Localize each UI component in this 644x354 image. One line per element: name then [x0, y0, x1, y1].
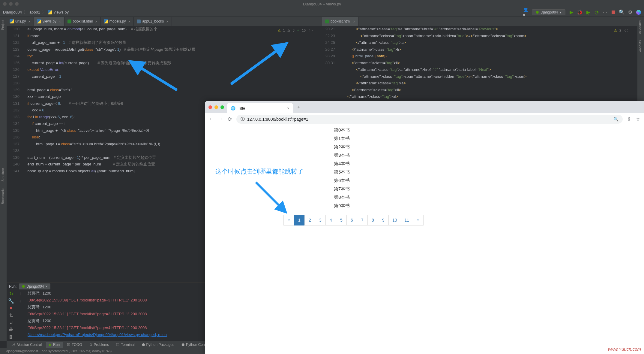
crumb-app[interactable]: app01 — [29, 10, 40, 14]
page-link[interactable]: » — [413, 215, 424, 225]
database-tool-tab[interactable]: Database — [637, 17, 643, 37]
layout-button[interactable]: ⇅ — [8, 313, 14, 318]
debug-button[interactable]: 🐞 — [577, 10, 582, 15]
crumb-project[interactable]: Django004 — [3, 10, 22, 14]
down-button[interactable]: ↓ — [17, 298, 23, 304]
list-item: 第8本书 — [334, 193, 350, 201]
browser-tab-title: Title — [238, 106, 245, 110]
close-icon[interactable]: × — [128, 19, 131, 24]
page-link[interactable]: 1 — [294, 215, 305, 225]
settings-icon[interactable]: ⚙ — [628, 10, 633, 15]
page-link[interactable]: 9 — [378, 215, 389, 225]
breadcrumb[interactable]: Django004 〉 app01 〉 views.py — [3, 10, 69, 15]
run-config-label: Django004 — [541, 10, 558, 14]
page-link[interactable]: 5 — [336, 215, 347, 225]
close-icon[interactable]: × — [59, 19, 61, 24]
django-icon: ⬢ — [536, 10, 539, 14]
close-icon[interactable]: × — [166, 19, 169, 24]
python-file-icon — [10, 19, 14, 23]
forward-button[interactable]: → — [218, 116, 223, 122]
console-icon: ⬢ — [181, 343, 184, 347]
tab-db-table[interactable]: app01_books× — [134, 17, 172, 26]
close-icon[interactable]: × — [353, 19, 355, 24]
bookmark-button[interactable]: ☆ — [636, 116, 640, 123]
tab-views[interactable]: views.py× — [34, 17, 64, 26]
run-toolbar: ↻ 🔧 ■ ⇅ ↲ 🖶 🗑 — [7, 290, 16, 341]
bookmarks-tool-tab[interactable]: Bookmarks — [0, 185, 5, 207]
browser-tab[interactable]: 🌐 Title × — [227, 103, 293, 113]
globe-icon: 🌐 — [231, 106, 235, 110]
stop-button[interactable]: ■ — [8, 305, 14, 311]
list-item: 第1本书 — [334, 134, 350, 143]
tab-models[interactable]: models.py× — [101, 17, 134, 26]
mac-traffic-lights[interactable] — [208, 105, 224, 109]
problems-icon: ⊘ — [89, 343, 92, 347]
close-icon[interactable]: × — [45, 284, 47, 289]
page-link[interactable]: 7 — [357, 215, 368, 225]
page-link[interactable]: 4 — [325, 215, 336, 225]
run-tab[interactable]: ⬢Django004× — [19, 283, 50, 289]
status-text: django004@localhost... and synchronized … — [6, 349, 112, 353]
python-file-icon — [104, 19, 108, 23]
delete-button[interactable]: 🗑 — [8, 334, 14, 340]
window-titlebar: Django004 – views.py — [0, 0, 644, 8]
user-icon[interactable]: 👤▾ — [523, 10, 528, 15]
page-link[interactable]: 11 — [401, 215, 413, 225]
new-tab-button[interactable]: + — [297, 104, 301, 110]
browser-toolbar: ← → ⟳ ⓘ 127.0.0.1:8000/booklist/?page=1 … — [205, 113, 644, 125]
table-icon — [137, 20, 141, 23]
close-icon[interactable]: × — [287, 106, 289, 110]
chevron-right-icon: 〉 — [42, 10, 46, 15]
share-button[interactable]: ⇪ — [627, 116, 631, 123]
page-link[interactable]: 3 — [315, 215, 326, 225]
browser-content: 第0本书第1本书第2本书第3本书第4本书第5本书第6本书第7本书第8本书第9本书… — [205, 125, 644, 354]
tab-booklist-html[interactable]: booklist.html× — [322, 17, 358, 26]
up-button[interactable]: ↑ — [17, 291, 23, 296]
back-button[interactable]: ← — [208, 116, 214, 122]
tab-booklist-html[interactable]: booklist.html× — [64, 17, 101, 26]
profile-button[interactable]: ◔ — [594, 10, 599, 15]
search-icon[interactable]: 🔍 — [619, 10, 624, 15]
tab-label: app01_books — [142, 19, 164, 23]
page-link[interactable]: 2 — [304, 215, 315, 225]
html-file-icon — [325, 20, 329, 23]
crumb-file[interactable]: views.py — [54, 10, 69, 14]
sciview-tool-tab[interactable]: SciView — [637, 37, 643, 55]
settings-button[interactable]: 🔧 — [8, 298, 14, 304]
terminal-tab[interactable]: ❏Terminal — [113, 342, 137, 348]
attach-button[interactable]: ⋯ — [603, 10, 607, 15]
todo-tab[interactable]: ☑TODO — [64, 342, 85, 348]
code-with-me-icon[interactable] — [636, 10, 641, 15]
reload-button[interactable]: ⟳ — [228, 116, 232, 123]
print-button[interactable]: 🖶 — [8, 327, 14, 332]
problems-tab[interactable]: ⊘Problems — [86, 342, 112, 348]
run-configuration-selector[interactable]: ⬢ Django004 ▾ — [532, 9, 565, 15]
close-icon[interactable]: × — [28, 19, 31, 24]
address-bar[interactable]: ⓘ 127.0.0.1:8000/booklist/?page=1 🔍 — [236, 115, 623, 124]
window-title: Django004 – views.py — [303, 2, 341, 6]
run-tab[interactable]: ▶Run — [46, 342, 63, 348]
python-packages-tab[interactable]: ⬢Python Packages — [139, 342, 177, 348]
page-link[interactable]: 10 — [388, 215, 401, 225]
tab-urls[interactable]: urls.py× — [7, 17, 34, 26]
version-control-tab[interactable]: ⎇Version Control — [8, 342, 45, 348]
stop-button[interactable] — [611, 10, 616, 15]
page-link[interactable]: 6 — [346, 215, 357, 225]
run-coverage-button[interactable]: ▶̣ — [586, 10, 591, 15]
page-link[interactable]: « — [283, 215, 294, 225]
watermark: www.Yuucn.com — [608, 346, 641, 352]
soft-wrap-button[interactable]: ↲ — [8, 320, 14, 325]
package-icon: ⬢ — [142, 343, 145, 347]
navigation-bar: Django004 〉 app01 〉 views.py 👤▾ ⬢ Django… — [0, 8, 644, 17]
browser-window: 🌐 Title × + ← → ⟳ ⓘ 127.0.0.1:8000/bookl… — [205, 101, 644, 354]
tab-overflow-icon[interactable]: ⋮ — [312, 19, 322, 24]
page-link[interactable]: 8 — [367, 215, 378, 225]
python-file-icon — [48, 10, 52, 14]
project-tool-tab[interactable]: Project — [0, 17, 5, 33]
rerun-button[interactable]: ↻ — [8, 291, 14, 296]
chevron-down-icon: ▾ — [560, 10, 562, 14]
close-icon[interactable]: × — [95, 19, 97, 24]
editor-tabs-right: booklist.html× — [322, 17, 637, 26]
run-button[interactable]: ▶ — [569, 10, 574, 15]
structure-tool-tab[interactable]: Structure — [0, 165, 5, 185]
